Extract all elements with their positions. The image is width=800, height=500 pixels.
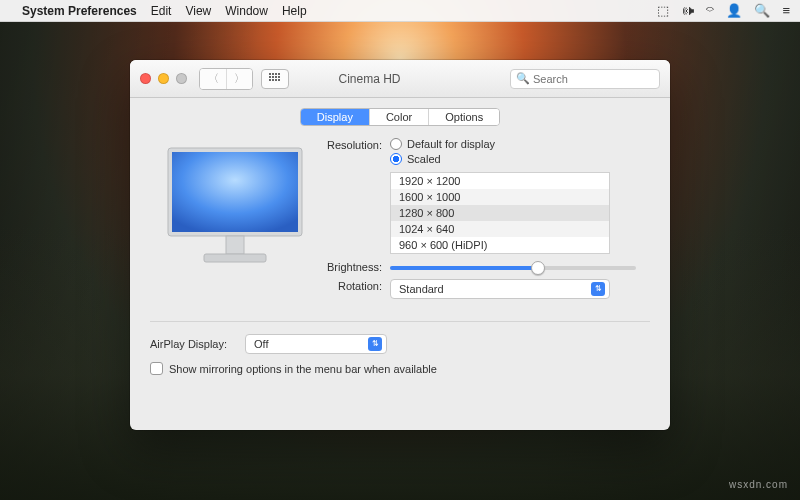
titlebar: 〈 〉 Cinema HD 🔍 (130, 60, 670, 98)
rotation-dropdown[interactable]: Standard ⇅ (390, 279, 610, 299)
resolution-option[interactable]: 1280 × 800 (391, 205, 609, 221)
minimize-button[interactable] (158, 73, 169, 84)
airplay-value: Off (254, 338, 368, 350)
mirroring-checkbox-label: Show mirroring options in the menu bar w… (169, 363, 437, 375)
search-input[interactable] (510, 69, 660, 89)
close-button[interactable] (140, 73, 151, 84)
brightness-thumb[interactable] (531, 261, 545, 275)
dropbox-icon[interactable]: ⬚ (657, 3, 669, 18)
search-field-wrap: 🔍 (510, 69, 660, 89)
brightness-slider[interactable] (390, 266, 636, 270)
resolution-option[interactable]: 1600 × 1000 (391, 189, 609, 205)
watermark: wsxdn.com (729, 479, 788, 490)
window-title: Cinema HD (229, 72, 510, 86)
brightness-label: Brightness: (320, 260, 390, 273)
tab-color[interactable]: Color (369, 109, 428, 125)
window-controls (140, 73, 187, 84)
resolution-option[interactable]: 1920 × 1200 (391, 173, 609, 189)
back-button[interactable]: 〈 (200, 69, 226, 89)
menu-window[interactable]: Window (225, 4, 268, 18)
menubar: System Preferences Edit View Window Help… (0, 0, 800, 22)
menu-view[interactable]: View (185, 4, 211, 18)
menu-help[interactable]: Help (282, 4, 307, 18)
tab-options[interactable]: Options (428, 109, 499, 125)
resolution-list[interactable]: 1920 × 1200 1600 × 1000 1280 × 800 1024 … (390, 172, 610, 254)
resolution-scaled-radio[interactable]: Scaled (390, 153, 610, 165)
spotlight-icon[interactable]: 🔍 (754, 3, 770, 18)
user-icon[interactable]: 👤 (726, 3, 742, 18)
airplay-label: AirPlay Display: (150, 338, 245, 350)
svg-rect-3 (204, 254, 266, 262)
search-icon: 🔍 (516, 72, 530, 85)
resolution-option[interactable]: 1024 × 640 (391, 221, 609, 237)
notifications-icon[interactable]: ≡ (782, 3, 790, 18)
resolution-default-label: Default for display (407, 138, 495, 150)
resolution-scaled-label: Scaled (407, 153, 441, 165)
svg-rect-1 (172, 152, 298, 232)
tab-display[interactable]: Display (301, 109, 369, 125)
resolution-option[interactable]: 960 × 600 (HiDPI) (391, 237, 609, 253)
tab-bar: Display Color Options (130, 98, 670, 132)
zoom-button[interactable] (176, 73, 187, 84)
display-thumbnail (150, 142, 320, 305)
svg-rect-2 (226, 236, 244, 254)
rotation-value: Standard (399, 283, 591, 295)
resolution-label: Resolution: (320, 138, 390, 254)
rotation-label: Rotation: (320, 279, 390, 299)
volume-icon[interactable]: 🕪 (681, 3, 694, 18)
app-title[interactable]: System Preferences (22, 4, 137, 18)
chevron-updown-icon: ⇅ (368, 337, 382, 351)
divider (150, 321, 650, 322)
display-prefs-window: 〈 〉 Cinema HD 🔍 Display Color Options (130, 60, 670, 430)
airplay-dropdown[interactable]: Off ⇅ (245, 334, 387, 354)
chevron-updown-icon: ⇅ (591, 282, 605, 296)
mirroring-checkbox[interactable]: Show mirroring options in the menu bar w… (150, 362, 650, 375)
wifi-icon[interactable]: ⌔ (706, 3, 714, 18)
menu-edit[interactable]: Edit (151, 4, 172, 18)
resolution-default-radio[interactable]: Default for display (390, 138, 610, 150)
